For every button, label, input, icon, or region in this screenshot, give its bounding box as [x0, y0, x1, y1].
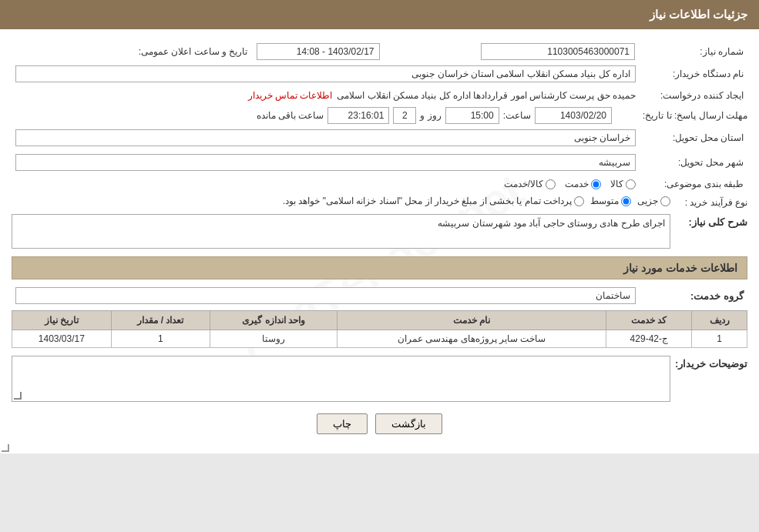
- process-options: جزیی متوسط پرداخت تمام یا بخشی از مبلغ خ…: [283, 196, 670, 206]
- category-option-khedmat[interactable]: خدمت: [565, 179, 601, 189]
- page-title: جزئیات اطلاعات نیاز: [650, 8, 747, 21]
- buyer-name-value: اداره کل بنیاد مسکن انقلاب اسلامی استان …: [15, 65, 636, 82]
- process-radio-esnad[interactable]: [574, 196, 584, 206]
- deadline-date: 1403/02/20: [535, 107, 612, 124]
- category-kala-label: کالا: [610, 179, 623, 189]
- remaining-days: 2: [393, 107, 416, 124]
- cell-code: ج-42-429: [606, 330, 692, 348]
- creator-value: حمیده حق پرست کارشناس امور قراردادها ادا…: [337, 90, 636, 101]
- col-header-code: کد خدمت: [606, 311, 692, 330]
- category-radio-kala-khedmat[interactable]: [546, 179, 556, 189]
- table-row: 1ج-42-429ساخت سایر پروژه‌های مهندسی عمرا…: [12, 330, 747, 348]
- col-header-name: نام خدمت: [337, 311, 606, 330]
- cell-date: 1403/03/17: [12, 330, 112, 348]
- need-number-value: 1103005463000071: [481, 43, 635, 60]
- buyer-desc-label: توضیحات خریدار:: [670, 356, 747, 370]
- process-jozi-label: جزیی: [637, 196, 658, 206]
- city-label: شهر محل تحویل:: [640, 156, 747, 169]
- remaining-time: 23:16:01: [327, 107, 389, 124]
- creator-label: ایجاد کننده درخواست:: [640, 89, 747, 102]
- service-group-value: ساختمان: [15, 287, 636, 304]
- cell-row: 1: [692, 330, 747, 348]
- deadline-time: 15:00: [445, 107, 499, 124]
- buyer-desc-box: [12, 356, 670, 402]
- cell-unit: روستا: [210, 330, 338, 348]
- category-radio-khedmat[interactable]: [591, 179, 601, 189]
- remaining-suffix: ساعت باقی مانده: [257, 110, 324, 121]
- response-deadline-label: مهلت ارسال پاسخ: تا تاریخ:: [616, 110, 747, 121]
- deadline-time-label: ساعت:: [503, 110, 531, 121]
- category-option-kala[interactable]: کالا: [610, 179, 636, 189]
- cell-name: ساخت سایر پروژه‌های مهندسی عمران: [337, 330, 606, 348]
- col-header-row: ردیف: [692, 311, 747, 330]
- need-description-label: شرح کلی نیاز:: [670, 214, 747, 228]
- buyer-name-label: نام دستگاه خریدار:: [640, 67, 747, 81]
- resize-handle[interactable]: [2, 444, 9, 452]
- process-radio-mutavasset[interactable]: [621, 196, 631, 206]
- province-value: خراسان جنوبی: [15, 129, 636, 146]
- category-radio-kala[interactable]: [626, 179, 636, 189]
- need-description-value: اجرای طرح هادی روستای حاجی آباد مود شهرس…: [438, 218, 665, 229]
- announce-datetime-label: تاریخ و ساعت اعلان عمومی:: [135, 45, 252, 59]
- services-section-title: اطلاعات خدمات مورد نیاز: [12, 256, 747, 279]
- need-description-box: اجرای طرح هادی روستای حاجی آباد مود شهرس…: [12, 214, 670, 249]
- print-button[interactable]: چاپ: [317, 413, 368, 434]
- cell-quantity: 1: [111, 330, 210, 348]
- category-khedmat-label: خدمت: [565, 179, 589, 189]
- process-esnad-label: پرداخت تمام یا بخشی از مبلغ خریدار از مح…: [283, 196, 572, 206]
- category-kala-khedmat-label: کالا/خدمت: [504, 179, 543, 189]
- col-header-qty: تعداد / مقدار: [111, 311, 210, 330]
- back-button[interactable]: بازگشت: [375, 413, 442, 434]
- contact-link[interactable]: اطلاعات تماس خریدار: [248, 90, 333, 101]
- category-option-kala-khedmat[interactable]: کالا/خدمت: [504, 179, 556, 189]
- service-group-label: گروه خدمت:: [640, 289, 747, 303]
- city-value: سربیشه: [15, 154, 636, 171]
- col-header-date: تاریخ نیاز: [12, 311, 112, 330]
- category-radio-group: کالا خدمت کالا/خدمت: [15, 179, 636, 189]
- need-number-label: شماره نیاز:: [640, 45, 747, 59]
- process-mutavasset[interactable]: متوسط: [590, 196, 631, 206]
- process-radio-jozi[interactable]: [660, 196, 670, 206]
- process-esnad[interactable]: پرداخت تمام یا بخشی از مبلغ خریدار از مح…: [283, 196, 584, 206]
- announce-datetime-value: 1403/02/17 - 14:08: [257, 43, 380, 60]
- process-label: نوع فرآیند خرید :: [670, 196, 747, 208]
- category-label: طبقه بندی موضوعی:: [640, 177, 747, 191]
- buyer-desc-resize[interactable]: [14, 392, 22, 400]
- process-jozi[interactable]: جزیی: [637, 196, 670, 206]
- services-table: ردیف کد خدمت نام خدمت واحد اندازه گیری ت…: [12, 310, 747, 348]
- col-header-unit: واحد اندازه گیری: [210, 311, 338, 330]
- province-label: استان محل تحویل:: [640, 131, 747, 145]
- page-header: جزئیات اطلاعات نیاز: [0, 0, 759, 29]
- process-mutavasset-label: متوسط: [590, 196, 619, 206]
- buttons-row: چاپ بازگشت: [12, 413, 747, 434]
- remaining-days-label: روز و: [420, 110, 441, 121]
